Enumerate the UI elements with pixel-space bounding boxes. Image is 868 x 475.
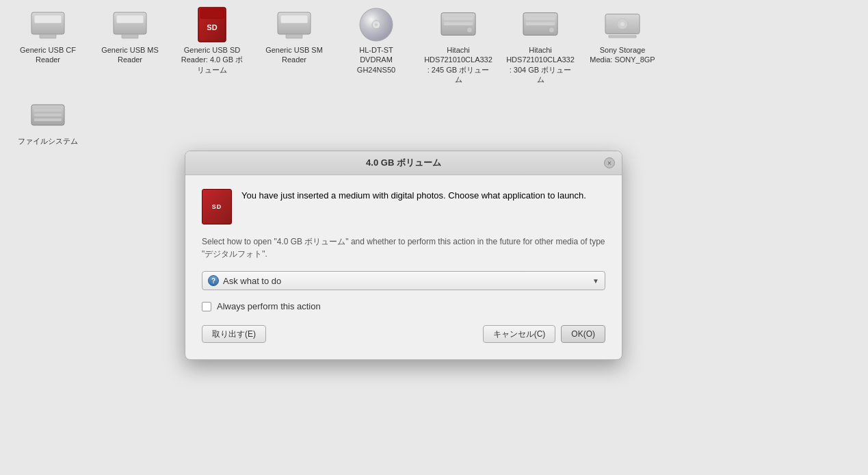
dialog-header-row: SD You have just inserted a medium with …	[202, 189, 605, 224]
ok-button[interactable]: OK(O)	[561, 325, 605, 343]
dropdown-selected-text: Ask what to do	[223, 276, 592, 286]
dialog-sd-card-icon: SD	[202, 189, 232, 224]
dialog-heading: You have just inserted a medium with dig…	[241, 189, 586, 203]
eject-button[interactable]: 取り出す(E)	[202, 325, 266, 343]
insert-media-dialog: 4.0 GB ボリューム × SD You have just inserted…	[185, 151, 622, 360]
desktop: Generic USB CF Reader Generic USB M	[0, 0, 868, 475]
dialog-close-button[interactable]: ×	[604, 157, 615, 168]
dialog-body: SD You have just inserted a medium with …	[185, 175, 622, 359]
question-icon: ?	[208, 275, 219, 286]
action-dropdown-container: ? Ask what to do ▼	[202, 271, 605, 290]
dialog-footer: 取り出す(E) キャンセル(C) OK(O)	[202, 325, 605, 346]
dialog-overlay: 4.0 GB ボリューム × SD You have just inserted…	[0, 0, 868, 475]
action-dropdown[interactable]: ? Ask what to do ▼	[202, 271, 605, 290]
dropdown-arrow-icon: ▼	[592, 277, 599, 285]
always-perform-checkbox[interactable]	[202, 302, 211, 311]
dialog-title: 4.0 GB ボリューム	[366, 157, 441, 169]
dialog-subtext: Select how to open "4.0 GB ボリューム" and wh…	[202, 235, 605, 260]
always-perform-row: Always perform this action	[202, 301, 605, 311]
dialog-right-buttons: キャンセル(C) OK(O)	[483, 325, 605, 343]
always-perform-label: Always perform this action	[217, 301, 321, 311]
cancel-button[interactable]: キャンセル(C)	[483, 325, 556, 343]
dialog-titlebar: 4.0 GB ボリューム ×	[185, 151, 622, 175]
